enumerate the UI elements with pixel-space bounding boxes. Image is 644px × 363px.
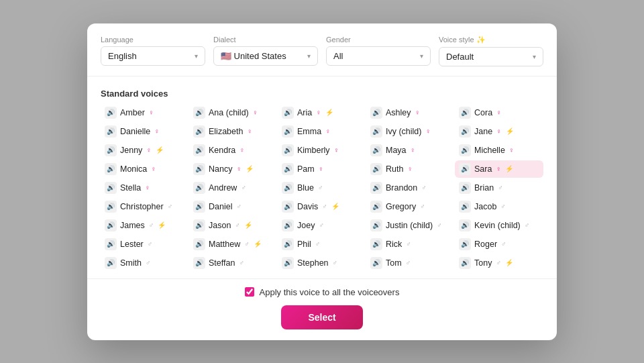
voice-item[interactable]: 🔊Nancy♀⚡ [189, 160, 278, 178]
dialect-select[interactable]: 🇺🇸 United States ▾ [213, 46, 318, 66]
voice-item[interactable]: 🔊Maya♀ [366, 142, 455, 159]
speaker-button[interactable]: 🔊 [282, 163, 294, 175]
speaker-button[interactable]: 🔊 [459, 107, 471, 119]
speaker-button[interactable]: 🔊 [370, 238, 382, 250]
speaker-button[interactable]: 🔊 [370, 219, 382, 231]
speaker-button[interactable]: 🔊 [193, 107, 205, 119]
voice-item[interactable]: 🔊Tom♂ [366, 254, 455, 272]
speaker-button[interactable]: 🔊 [459, 182, 471, 194]
voice-tag: ♂ [322, 203, 327, 210]
voice-item[interactable]: 🔊Ruth♀ [366, 160, 455, 178]
voice-item[interactable]: 🔊Sara♀⚡ [455, 160, 543, 178]
voice-item[interactable]: 🔊Christopher♂ [101, 198, 189, 215]
speaker-button[interactable]: 🔊 [459, 257, 471, 269]
speaker-button[interactable]: 🔊 [282, 238, 294, 250]
voice-item[interactable]: 🔊Kimberly♀ [278, 142, 366, 159]
speaker-button[interactable]: 🔊 [193, 163, 205, 175]
speaker-button[interactable]: 🔊 [370, 201, 382, 213]
speaker-button[interactable]: 🔊 [282, 144, 294, 156]
speaker-button[interactable]: 🔊 [370, 144, 382, 156]
speaker-button[interactable]: 🔊 [282, 125, 294, 138]
speaker-button[interactable]: 🔊 [105, 238, 117, 250]
speaker-button[interactable]: 🔊 [459, 201, 471, 213]
speaker-button[interactable]: 🔊 [193, 182, 205, 194]
voice-item[interactable]: 🔊Jenny♀⚡ [101, 142, 189, 159]
voice-item[interactable]: 🔊Joey♂ [278, 217, 366, 234]
voice-item[interactable]: 🔊Phil♂ [278, 236, 366, 253]
speaker-button[interactable]: 🔊 [193, 125, 205, 138]
speaker-button[interactable]: 🔊 [370, 182, 382, 194]
voice-item[interactable]: 🔊Rick♂ [366, 236, 455, 253]
speaker-button[interactable]: 🔊 [105, 125, 117, 138]
speaker-button[interactable]: 🔊 [193, 219, 205, 231]
voice-item[interactable]: 🔊Elizabeth♀ [189, 123, 278, 140]
speaker-button[interactable]: 🔊 [282, 182, 294, 194]
voice-item[interactable]: 🔊Blue♂ [278, 179, 366, 197]
voice-tag: ♂ [421, 184, 427, 191]
speaker-button[interactable]: 🔊 [105, 201, 117, 213]
voice-item[interactable]: 🔊Stella♀ [101, 179, 189, 197]
voice-item[interactable]: 🔊Ashley♀ [366, 104, 455, 121]
speaker-button[interactable]: 🔊 [459, 219, 471, 231]
voice-item[interactable]: 🔊Andrew♂ [189, 179, 278, 197]
voice-item[interactable]: 🔊Aria♀⚡ [278, 104, 366, 121]
voice-item[interactable]: 🔊Kevin (child)♂ [455, 217, 543, 234]
voice-item[interactable]: 🔊Daniel♂ [189, 198, 278, 215]
apply-all-checkbox[interactable] [245, 287, 254, 297]
voice-item[interactable]: 🔊Davis♂⚡ [278, 198, 366, 215]
speaker-button[interactable]: 🔊 [370, 257, 382, 269]
speaker-button[interactable]: 🔊 [105, 107, 117, 119]
speaker-button[interactable]: 🔊 [282, 201, 294, 213]
language-select[interactable]: English ▾ [101, 46, 205, 66]
voice-item[interactable]: 🔊Brandon♂ [366, 179, 455, 197]
voice-item[interactable]: 🔊Monica♀ [101, 160, 189, 178]
voice-item[interactable]: 🔊Michelle♀ [455, 142, 543, 159]
gender-select[interactable]: All ▾ [326, 46, 431, 66]
voice-item[interactable]: 🔊Cora♀ [455, 104, 543, 121]
speaker-button[interactable]: 🔊 [370, 125, 382, 138]
voice-item[interactable]: 🔊Justin (child)♂ [366, 217, 455, 234]
voice-item[interactable]: 🔊James♂⚡ [101, 217, 189, 234]
speaker-button[interactable]: 🔊 [459, 144, 471, 156]
speaker-button[interactable]: 🔊 [370, 107, 382, 119]
speaker-button[interactable]: 🔊 [105, 144, 117, 156]
speaker-button[interactable]: 🔊 [105, 182, 117, 194]
voice-item[interactable]: 🔊Smith♂ [101, 254, 189, 272]
voice-item[interactable]: 🔊Lester♂ [101, 236, 189, 253]
voice-item[interactable]: 🔊Tony♂⚡ [455, 254, 543, 272]
voice-item[interactable]: 🔊Gregory♂ [366, 198, 455, 215]
voice-item[interactable]: 🔊Roger♂ [455, 236, 543, 253]
speaker-button[interactable]: 🔊 [193, 238, 205, 250]
speaker-button[interactable]: 🔊 [193, 257, 205, 269]
speaker-button[interactable]: 🔊 [105, 257, 117, 269]
speaker-button[interactable]: 🔊 [459, 125, 471, 138]
voice-item[interactable]: 🔊Jane♀⚡ [455, 123, 543, 140]
speaker-button[interactable]: 🔊 [459, 163, 471, 175]
speaker-button[interactable]: 🔊 [282, 219, 294, 231]
voice-name: Stella [120, 183, 141, 193]
speaker-button[interactable]: 🔊 [370, 163, 382, 175]
voice-item[interactable]: 🔊Matthew♂⚡ [189, 236, 278, 253]
speaker-button[interactable]: 🔊 [105, 219, 117, 231]
voice-style-select[interactable]: Default ▾ [439, 47, 543, 66]
voice-item[interactable]: 🔊Kendra♀ [189, 142, 278, 159]
voice-item[interactable]: 🔊Brian♂ [455, 179, 543, 197]
voice-item[interactable]: 🔊Pam♀ [278, 160, 366, 178]
voice-item[interactable]: 🔊Amber♀ [101, 104, 189, 121]
speaker-button[interactable]: 🔊 [105, 163, 117, 175]
voice-item[interactable]: 🔊Emma♀ [278, 123, 366, 140]
speaker-button[interactable]: 🔊 [282, 257, 294, 269]
speaker-button[interactable]: 🔊 [459, 238, 471, 250]
voice-item[interactable]: 🔊Ivy (child)♀ [366, 123, 455, 140]
speaker-button[interactable]: 🔊 [193, 201, 205, 213]
voice-item[interactable]: 🔊Jason♂⚡ [189, 217, 278, 234]
speaker-button[interactable]: 🔊 [193, 144, 205, 156]
voice-item[interactable]: 🔊Stephen♂ [278, 254, 366, 272]
select-button[interactable]: Select [281, 305, 362, 329]
voice-name: Steffan [209, 258, 235, 268]
voice-item[interactable]: 🔊Jacob♂ [455, 198, 543, 215]
speaker-button[interactable]: 🔊 [282, 107, 294, 119]
voice-item[interactable]: 🔊Ana (child)♀ [189, 104, 278, 121]
voice-item[interactable]: 🔊Danielle♀ [101, 123, 189, 140]
voice-item[interactable]: 🔊Steffan♂ [189, 254, 278, 272]
